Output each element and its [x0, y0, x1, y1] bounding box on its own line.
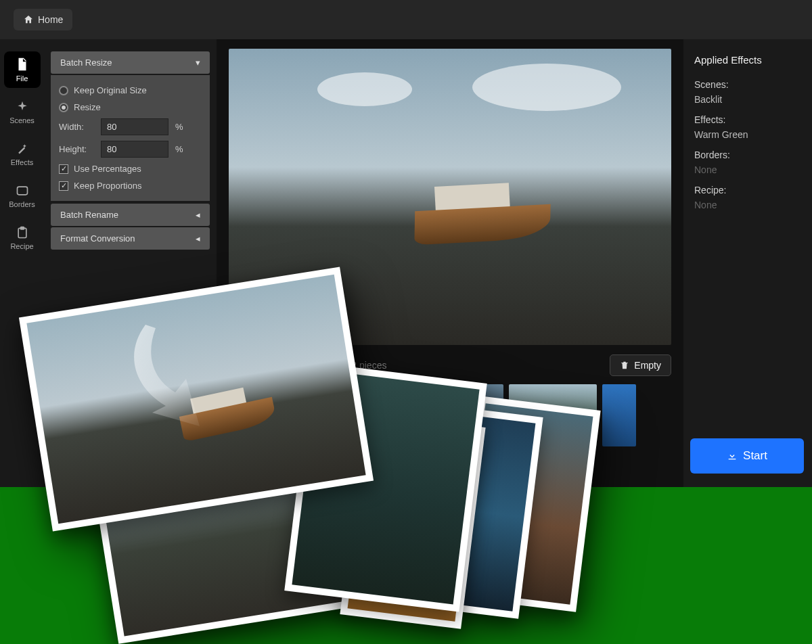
batch-resize-body: Keep Original Size Resize Width: % Heigh… — [51, 75, 210, 201]
total-count: Total 12 pieces — [323, 360, 386, 371]
options-panel: Batch Resize ▾ Keep Original Size Resize… — [44, 39, 217, 487]
sidebar-label: Borders — [9, 200, 35, 208]
accordion-title: Batch Rename — [60, 210, 118, 220]
width-input[interactable] — [101, 118, 168, 135]
height-row: Height: % — [59, 138, 202, 160]
check-use-percentages[interactable]: Use Percentages — [59, 160, 202, 177]
svg-rect-0 — [17, 187, 27, 195]
radio-label: Keep Original Size — [74, 85, 147, 95]
add-images-button[interactable]: + Add Images — [229, 354, 309, 376]
workspace: File Scenes Effects Borders Recipe Bat — [0, 39, 812, 487]
start-label: Start — [743, 449, 767, 463]
home-icon — [23, 14, 34, 25]
effects-label: Effects: — [694, 114, 801, 125]
recipe-value: None — [694, 200, 801, 210]
accordion-batch-rename[interactable]: Batch Rename ◂ — [51, 204, 210, 226]
sidebar-item-scenes[interactable]: Scenes — [4, 95, 41, 130]
check-keep-proportions[interactable]: Keep Proportions — [59, 177, 202, 194]
sidebar-label: Recipe — [10, 242, 33, 250]
chevron-left-icon: ◂ — [196, 233, 200, 244]
thumbnail[interactable] — [229, 384, 317, 446]
radio-icon — [59, 86, 68, 95]
boat-graphic — [415, 167, 557, 242]
radio-label: Resize — [74, 102, 101, 112]
effects-value: Warm Green — [694, 129, 801, 140]
frame-icon — [16, 184, 29, 198]
svg-rect-2 — [20, 227, 24, 229]
sidebar-item-recipe[interactable]: Recipe — [4, 221, 41, 256]
wand-icon — [16, 142, 29, 156]
scenes-label: Scenes: — [694, 79, 801, 90]
width-unit: % — [175, 122, 183, 132]
accordion-title: Format Conversion — [60, 233, 135, 244]
height-label: Height: — [59, 144, 94, 154]
height-unit: % — [175, 144, 183, 154]
thumbnail[interactable] — [322, 384, 410, 446]
accordion-format-conversion[interactable]: Format Conversion ◂ — [51, 227, 210, 250]
scenes-value: Backlit — [694, 94, 801, 105]
empty-button[interactable]: Empty — [610, 354, 671, 376]
file-icon — [15, 57, 30, 72]
chevron-down-icon: ▾ — [196, 58, 200, 68]
accordion-batch-resize[interactable]: Batch Resize ▾ — [51, 51, 210, 74]
checkbox-icon — [59, 181, 68, 191]
sidebar: File Scenes Effects Borders Recipe — [0, 39, 44, 487]
empty-label: Empty — [634, 360, 661, 371]
home-button[interactable]: Home — [14, 9, 72, 30]
sidebar-label: Scenes — [9, 116, 35, 124]
thumbnail[interactable] — [509, 384, 597, 446]
app-window: Home File Scenes Effects Borders — [0, 0, 812, 487]
width-row: Width: % — [59, 116, 202, 138]
radio-icon — [59, 103, 68, 112]
thumbnail[interactable] — [602, 384, 636, 446]
sparkle-icon — [16, 100, 29, 114]
thumbnail[interactable] — [415, 384, 503, 446]
borders-value: None — [694, 164, 801, 175]
thumbnail-strip[interactable] — [217, 382, 683, 460]
right-panel: Applied Effects Scenes: Backlit Effects:… — [683, 39, 812, 487]
sidebar-label: File — [16, 74, 28, 83]
preview-image — [229, 49, 671, 345]
accordion-title: Batch Resize — [60, 58, 112, 68]
add-images-label: + Add Images — [240, 360, 298, 371]
center-column: + Add Images Total 12 pieces Empty — [217, 39, 683, 487]
check-label: Keep Proportions — [74, 181, 141, 191]
applied-effects-title: Applied Effects — [694, 54, 801, 66]
sidebar-item-effects[interactable]: Effects — [4, 137, 41, 172]
check-label: Use Percentages — [74, 164, 141, 174]
radio-keep-original[interactable]: Keep Original Size — [59, 82, 202, 99]
borders-label: Borders: — [694, 150, 801, 160]
download-icon — [727, 451, 738, 461]
start-button[interactable]: Start — [690, 438, 804, 474]
sidebar-item-borders[interactable]: Borders — [4, 179, 41, 214]
thumbnail-toolbar: + Add Images Total 12 pieces Empty — [217, 345, 683, 382]
home-label: Home — [38, 14, 63, 25]
height-input[interactable] — [101, 141, 168, 158]
radio-resize[interactable]: Resize — [59, 99, 202, 116]
trash-icon — [620, 361, 629, 370]
checkbox-icon — [59, 164, 68, 174]
clipboard-icon — [16, 226, 29, 239]
recipe-label: Recipe: — [694, 185, 801, 196]
sidebar-item-file[interactable]: File — [4, 51, 41, 88]
width-label: Width: — [59, 122, 94, 132]
sidebar-label: Effects — [11, 158, 33, 166]
topbar: Home — [0, 0, 812, 39]
chevron-left-icon: ◂ — [196, 210, 200, 220]
